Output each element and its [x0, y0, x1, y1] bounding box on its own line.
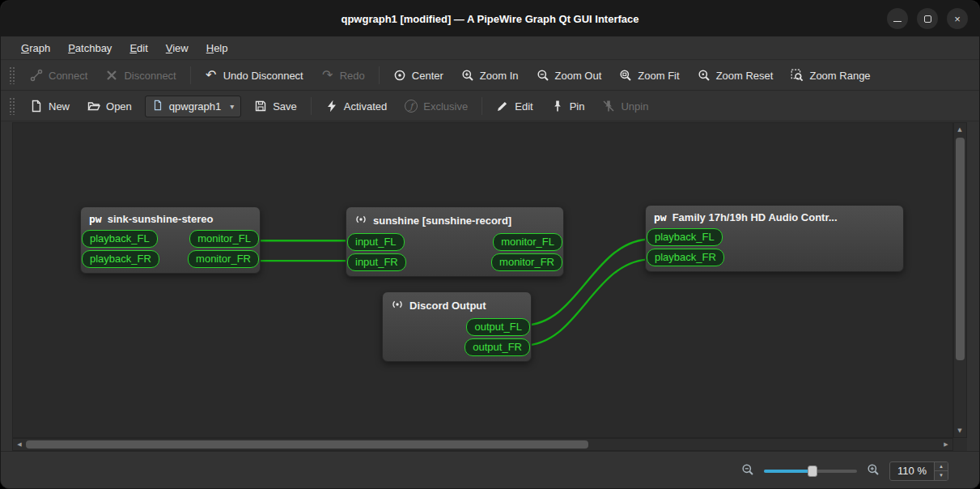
scrollbar-corner	[953, 438, 967, 451]
unpin-button[interactable]: Unpin	[594, 95, 656, 117]
node-title: pw Family 17h/19h HD Audio Contr...	[646, 206, 903, 227]
activated-button[interactable]: Activated	[317, 95, 395, 117]
graph-canvas[interactable]: pw sink-sunshine-stereo playback_FL moni…	[12, 122, 953, 438]
edit-pencil-icon	[496, 100, 509, 113]
node-sink-sunshine-stereo[interactable]: pw sink-sunshine-stereo playback_FL moni…	[80, 206, 261, 274]
scroll-down-arrow[interactable]: ▼	[954, 425, 965, 436]
toolbar-drag-handle[interactable]	[9, 66, 15, 84]
window-title: qpwgraph1 [modified] — A PipeWire Graph …	[341, 13, 638, 25]
center-button[interactable]: Center	[385, 64, 452, 87]
menu-edit[interactable]: Edit	[121, 39, 156, 57]
minimize-button[interactable]	[887, 8, 908, 29]
toolbar-separator	[379, 66, 380, 84]
port-monitor_FR[interactable]: monitor_FR	[188, 250, 259, 268]
zoom-fit-icon	[619, 69, 632, 82]
port-input_FL[interactable]: input_FL	[347, 233, 405, 251]
port-output_FL[interactable]: output_FL	[466, 318, 530, 336]
zoom-in-button[interactable]: Zoom In	[453, 64, 527, 87]
node-family-hd-audio[interactable]: pw Family 17h/19h HD Audio Contr... play…	[645, 205, 904, 272]
edit-button[interactable]: Edit	[488, 95, 541, 117]
open-folder-icon	[87, 100, 100, 113]
port-playback_FR[interactable]: playback_FR	[82, 250, 159, 268]
connection-lines	[13, 123, 952, 437]
scroll-up-arrow[interactable]: ▲	[954, 124, 965, 135]
port-playback_FR[interactable]: playback_FR	[647, 249, 724, 266]
port-playback_FL[interactable]: playback_FL	[647, 228, 723, 246]
node-ports: output_FL output_FR	[383, 317, 531, 356]
disconnect-button[interactable]: Disconnect	[97, 64, 184, 87]
spin-up-button[interactable]: ▴	[935, 462, 948, 472]
exclusive-button[interactable]: ƒ Exclusive	[397, 95, 476, 117]
scroll-right-arrow[interactable]: ▶	[940, 439, 952, 450]
undo-disconnect-button[interactable]: ↶ Undo Disconnect	[197, 64, 312, 87]
zoom-reset-button[interactable]: Zoom Reset	[689, 64, 782, 87]
zoom-slider-fill	[764, 470, 811, 473]
vertical-scrollbar-thumb[interactable]	[956, 138, 965, 360]
port-output_FR[interactable]: output_FR	[465, 338, 530, 356]
statusbar: 110 % ▴ ▾	[1, 451, 979, 489]
node-title-text: Discord Output	[409, 300, 486, 312]
zoom-in-icon[interactable]	[867, 463, 880, 479]
app-window: qpwgraph1 [modified] — A PipeWire Graph …	[0, 0, 980, 489]
menu-graph[interactable]: Graph	[12, 39, 59, 57]
patchbay-select[interactable]: qpwgraph1 ▾	[145, 96, 241, 117]
connect-icon	[30, 69, 43, 82]
toolbar-drag-handle[interactable]	[9, 97, 15, 115]
scroll-left-arrow[interactable]: ◀	[14, 439, 25, 450]
zoom-fit-button[interactable]: Zoom Fit	[611, 64, 687, 87]
node-ports: input_FL monitor_FL input_FR monitor_FR	[346, 232, 563, 271]
exclusive-icon: ƒ	[405, 100, 418, 113]
node-title: sunshine [sunshine-record]	[346, 207, 563, 232]
menu-view[interactable]: View	[157, 39, 197, 57]
activated-bolt-icon	[325, 100, 338, 113]
spin-down-button[interactable]: ▾	[935, 471, 948, 480]
port-monitor_FR[interactable]: monitor_FR	[491, 253, 562, 271]
zoom-spinbox[interactable]: 110 % ▴ ▾	[889, 461, 948, 481]
pipewire-icon: pw	[89, 213, 102, 225]
node-ports: playback_FL playback_FR	[646, 227, 903, 266]
menu-patchbay[interactable]: Patchbay	[59, 39, 121, 57]
horizontal-scrollbar-thumb[interactable]	[26, 440, 588, 449]
toolbar-patchbay: New Open qpwgraph1 ▾ Save Activated ƒ Ex…	[1, 91, 979, 121]
zoom-slider[interactable]	[764, 466, 857, 477]
port-input_FR[interactable]: input_FR	[347, 253, 406, 271]
zoom-out-icon	[537, 69, 549, 82]
maximize-button[interactable]	[917, 8, 938, 29]
maximize-icon	[924, 15, 931, 23]
save-button[interactable]: Save	[246, 95, 305, 117]
zoom-out-button[interactable]: Zoom Out	[528, 64, 610, 87]
horizontal-scrollbar[interactable]: ◀ ▶	[12, 438, 953, 451]
close-icon: ×	[954, 13, 961, 25]
titlebar: qpwgraph1 [modified] — A PipeWire Graph …	[1, 1, 979, 36]
open-button[interactable]: Open	[79, 95, 140, 117]
zoom-range-button[interactable]: Zoom Range	[783, 64, 878, 87]
center-icon	[393, 69, 406, 82]
minimize-icon	[893, 21, 902, 22]
toolbar-separator	[190, 66, 191, 84]
vertical-scrollbar[interactable]: ▲ ▼	[953, 122, 967, 438]
node-discord-output[interactable]: Discord Output output_FL output_FR	[382, 291, 532, 362]
zoom-range-icon	[791, 69, 804, 82]
window-controls: ×	[887, 8, 968, 29]
redo-button[interactable]: ↷ Redo	[313, 64, 373, 87]
zoom-slider-handle[interactable]	[808, 466, 817, 477]
zoom-reset-icon	[698, 69, 711, 82]
new-button[interactable]: New	[22, 95, 78, 117]
patchbay-select-value: qpwgraph1	[169, 100, 221, 113]
redo-icon: ↷	[321, 69, 334, 82]
zoom-value[interactable]: 110 %	[890, 462, 934, 480]
port-playback_FL[interactable]: playback_FL	[82, 230, 158, 248]
zoom-out-icon[interactable]	[741, 463, 754, 479]
disconnect-icon	[105, 69, 118, 82]
pin-button[interactable]: Pin	[543, 95, 593, 117]
audio-stream-icon	[354, 213, 367, 228]
close-button[interactable]: ×	[947, 8, 968, 29]
menu-help[interactable]: Help	[197, 39, 237, 57]
node-sunshine-record[interactable]: sunshine [sunshine-record] input_FL moni…	[346, 206, 564, 277]
zoom-spin-buttons: ▴ ▾	[934, 462, 948, 480]
menubar: Graph Patchbay Edit View Help	[1, 36, 979, 60]
connect-button[interactable]: Connect	[22, 64, 95, 87]
port-monitor_FL[interactable]: monitor_FL	[189, 230, 259, 248]
unpin-icon	[602, 100, 615, 113]
port-monitor_FL[interactable]: monitor_FL	[493, 233, 562, 251]
